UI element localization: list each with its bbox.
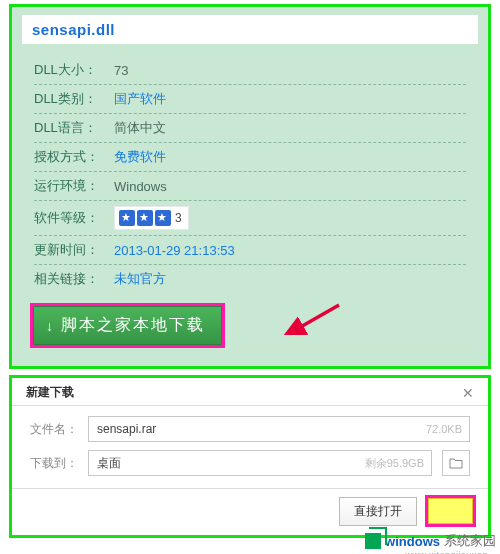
download-arrow-icon: ↓	[46, 318, 55, 334]
download-dialog: 新建下载 ✕ 文件名： 72.0KB 下载到： 剩余95.9GB 直接打开	[9, 375, 491, 538]
info-value: Windows	[114, 179, 167, 194]
star-icon	[119, 210, 135, 226]
browse-folder-button[interactable]	[442, 450, 470, 476]
download-highlight: ↓ 脚本之家本地下载	[30, 303, 225, 348]
rating-count: 3	[175, 211, 182, 225]
star-icon	[155, 210, 171, 226]
info-value[interactable]: 免费软件	[114, 148, 166, 166]
info-label: DLL类别：	[34, 90, 108, 108]
download-button-label: 脚本之家本地下载	[61, 315, 205, 336]
info-label: DLL语言：	[34, 119, 108, 137]
dest-label: 下载到：	[30, 455, 78, 472]
info-value: 简体中文	[114, 119, 166, 137]
info-value: 73	[114, 63, 128, 78]
dialog-header: 新建下载 ✕	[12, 378, 488, 406]
info-row: DLL语言：简体中文	[34, 114, 466, 143]
folder-icon	[449, 457, 463, 469]
watermark-url: www.xitongjiayuan	[405, 550, 488, 554]
download-confirm-button[interactable]	[428, 498, 473, 524]
star-icon	[137, 210, 153, 226]
info-row: 软件等级：3	[34, 201, 466, 236]
download-button[interactable]: ↓ 脚本之家本地下载	[33, 306, 222, 345]
info-row: 更新时间：2013-01-29 21:13:53	[34, 236, 466, 265]
info-label: 运行环境：	[34, 177, 108, 195]
info-row: DLL类别：国产软件	[34, 85, 466, 114]
dll-info-panel: sensapi.dll DLL大小：73DLL类别：国产软件DLL语言：简体中文…	[9, 4, 491, 369]
info-value[interactable]: 国产软件	[114, 90, 166, 108]
info-row: 运行环境：Windows	[34, 172, 466, 201]
filename-input[interactable]	[88, 416, 470, 442]
info-label: 软件等级：	[34, 209, 108, 227]
close-icon[interactable]: ✕	[458, 385, 478, 401]
file-size: 72.0KB	[426, 423, 462, 435]
info-label: 相关链接：	[34, 270, 108, 288]
open-directly-button[interactable]: 直接打开	[339, 497, 417, 526]
download-confirm-highlight	[425, 495, 476, 527]
info-table: DLL大小：73DLL类别：国产软件DLL语言：简体中文授权方式：免费软件运行环…	[12, 54, 488, 293]
info-label: 更新时间：	[34, 241, 108, 259]
info-value[interactable]: 未知官方	[114, 270, 166, 288]
dialog-title: 新建下载	[26, 384, 74, 401]
rating-stars[interactable]: 3	[114, 206, 189, 230]
info-label: 授权方式：	[34, 148, 108, 166]
dest-remain: 剩余95.9GB	[365, 456, 424, 471]
info-label: DLL大小：	[34, 61, 108, 79]
info-row: DLL大小：73	[34, 56, 466, 85]
page-title: sensapi.dll	[22, 15, 478, 44]
info-row: 授权方式：免费软件	[34, 143, 466, 172]
filename-label: 文件名：	[30, 421, 78, 438]
info-row: 相关链接：未知官方	[34, 265, 466, 293]
info-value[interactable]: 2013-01-29 21:13:53	[114, 243, 235, 258]
